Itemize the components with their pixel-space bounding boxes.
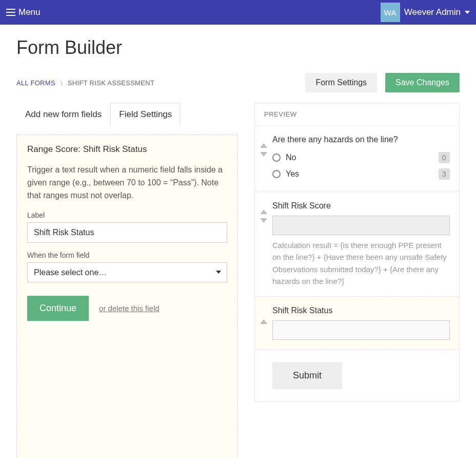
score-badge: 3 [439,168,450,180]
form-settings-button[interactable]: Form Settings [305,73,377,92]
breadcrumb-current: SHIFT RISK ASSESSMENT [68,79,154,87]
score-readonly-input [272,216,450,235]
settings-heading: Range Score: Shift Risk Status [27,144,227,155]
radio-option[interactable]: Yes 3 [272,166,450,182]
status-readonly-input [272,320,450,340]
radio-label: Yes [286,169,299,179]
delete-field-link[interactable]: or delete this field [99,304,160,313]
user-name: Weever Admin [404,7,461,17]
preview-field-score: Shift Risk Score Calculation result = {I… [255,192,459,296]
radio-icon [272,170,281,178]
label-field-label: Label [27,211,227,219]
calculation-text: Calculation result = {Is there enough PP… [272,239,450,287]
avatar: WA [381,3,400,22]
condition-label: When the form field [27,251,227,259]
radio-icon [272,154,281,162]
field-label: Shift Risk Score [272,201,450,211]
hamburger-icon [6,9,15,16]
move-down-icon[interactable] [260,218,267,223]
preview-field-hazards: Are there any hazards on the line? No 0 [255,126,459,192]
preview-field-status[interactable]: Shift Risk Status [255,296,459,349]
radio-option[interactable]: No 0 [272,149,450,166]
condition-select[interactable]: Please select one… [27,262,227,282]
preview-submit-area: Submit [255,349,459,402]
chevron-down-icon [465,11,470,14]
field-settings-panel: Range Score: Shift Risk Status Trigger a… [16,135,238,458]
tabset: Add new form fields Field Settings [16,103,238,126]
field-label: Shift Risk Status [272,306,450,315]
preview-title: PREVIEW [255,103,459,126]
label-input[interactable] [27,222,227,243]
move-up-icon[interactable] [260,319,267,324]
breadcrumb: ALL FORMS \ SHIFT RISK ASSESSMENT [16,79,154,87]
breadcrumb-root[interactable]: ALL FORMS [16,79,55,87]
tab-add-new-fields[interactable]: Add new form fields [16,103,110,126]
page-title: Form Builder [16,37,460,59]
radio-label: No [286,153,296,162]
continue-button[interactable]: Continue [27,296,89,321]
top-bar: Menu WA Weever Admin [0,0,476,25]
menu-label: Menu [18,7,41,17]
preview-panel: PREVIEW Are there any hazards on the lin… [254,103,460,402]
menu-button[interactable]: Menu [6,7,41,17]
user-menu[interactable]: WA Weever Admin [381,3,470,22]
move-up-icon[interactable] [260,209,267,214]
save-changes-button[interactable]: Save Changes [385,73,460,92]
breadcrumb-sep: \ [61,79,63,87]
settings-description: Trigger a text result when a numeric fie… [27,164,227,202]
score-badge: 0 [439,152,450,163]
move-up-icon[interactable] [260,143,267,148]
submit-button[interactable]: Submit [272,362,342,389]
move-down-icon[interactable] [260,152,267,157]
question-label: Are there any hazards on the line? [272,135,450,144]
tab-field-settings[interactable]: Field Settings [110,103,181,126]
